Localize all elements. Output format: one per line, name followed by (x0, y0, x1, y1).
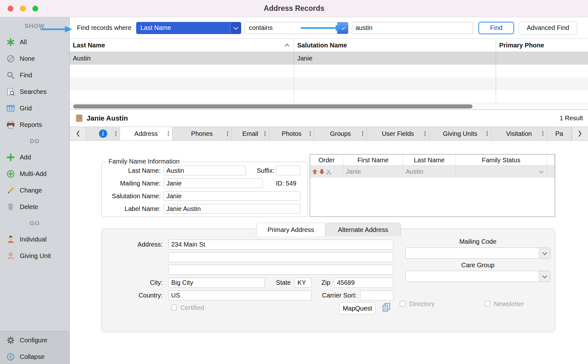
tab-info[interactable] (86, 127, 120, 140)
sidebar-item-delete[interactable]: Delete (0, 199, 69, 215)
sidebar-item-find[interactable]: Find (0, 67, 69, 83)
address-line1-field[interactable] (168, 240, 393, 249)
sidebar: SHOW All None Find Searches Grid (0, 17, 70, 364)
mailing-code-dropdown[interactable] (405, 248, 550, 259)
members-col-order[interactable]: Order (310, 155, 343, 165)
tab-menu-icon[interactable] (115, 133, 116, 134)
tab-menu-icon[interactable] (227, 133, 228, 134)
tab-visitation[interactable]: Visitation (491, 127, 547, 140)
family-name-information-group: Family Name Information Last Name: Suffi… (101, 162, 308, 217)
certified-checkbox[interactable] (171, 304, 177, 311)
move-up-icon[interactable] (312, 169, 318, 175)
move-down-icon[interactable] (319, 169, 325, 175)
country-field[interactable] (168, 290, 312, 300)
tab-email[interactable]: Email (232, 127, 269, 140)
sidebar-item-add[interactable]: Add (0, 149, 69, 165)
tab-scroll-right-button[interactable] (572, 127, 588, 140)
tab-menu-icon[interactable] (424, 133, 426, 134)
tab-scroll-left-button[interactable] (70, 127, 86, 140)
tab-menu-icon[interactable] (264, 133, 266, 134)
suffix-field[interactable] (276, 166, 300, 175)
label-name-field[interactable] (164, 204, 300, 214)
find-button[interactable]: Find (478, 22, 514, 34)
care-group-label: Care Group (405, 261, 550, 270)
sidebar-item-collapse[interactable]: Collapse (0, 348, 69, 364)
tab-menu-icon[interactable] (168, 133, 169, 134)
chevron-down-icon (539, 248, 550, 258)
sidebar-item-giving-unit[interactable]: Giving Unit (0, 248, 69, 264)
sidebar-item-none[interactable]: None (0, 50, 69, 67)
advanced-find-button[interactable]: Advanced Find (519, 22, 577, 34)
mailing-name-field[interactable] (164, 178, 263, 188)
field-dropdown[interactable]: Last Name (136, 22, 241, 34)
scrollbar-thumb[interactable] (73, 104, 472, 108)
carrier-sort-field[interactable] (360, 290, 393, 300)
care-group-dropdown[interactable] (405, 271, 550, 282)
label-name-label: Label Name: (102, 204, 161, 214)
sidebar-section-go: GO (0, 220, 69, 227)
tab-menu-icon[interactable] (486, 133, 488, 134)
newsletter-checkbox[interactable] (484, 301, 490, 307)
tab-primary-address[interactable]: Primary Address (256, 223, 326, 236)
sidebar-item-label: Grid (20, 105, 32, 112)
tab-address[interactable]: Address (120, 127, 172, 140)
last-name-field[interactable] (164, 166, 246, 175)
group-legend: Family Name Information (106, 158, 182, 165)
column-header-salutation-name[interactable]: Salutation Name (294, 39, 496, 52)
city-field[interactable] (168, 278, 265, 288)
operator-dropdown-value: contains (245, 24, 273, 32)
members-col-family-status[interactable]: Family Status (456, 155, 547, 165)
pencil-icon (6, 186, 15, 195)
address-line2-field[interactable] (168, 252, 393, 262)
members-col-first-name[interactable]: First Name (343, 155, 403, 165)
grid-icon (6, 104, 15, 113)
mapquest-button[interactable]: MapQuest (340, 302, 375, 314)
state-field[interactable] (295, 278, 312, 288)
sidebar-item-grid[interactable]: Grid (0, 100, 69, 116)
sidebar-footer: Configure Collapse (0, 331, 69, 364)
sidebar-item-searches[interactable]: Searches (0, 83, 69, 100)
sidebar-item-configure[interactable]: Configure (0, 332, 69, 348)
tab-giving-units[interactable]: Giving Units (429, 127, 491, 140)
tab-user-fields[interactable]: User Fields (367, 127, 429, 140)
sidebar-item-all[interactable]: All (0, 34, 69, 50)
zip-field[interactable] (334, 278, 393, 288)
person-icon (6, 235, 15, 244)
members-col-last-name[interactable]: Last Name (403, 155, 456, 165)
tab-alternate-address[interactable]: Alternate Address (325, 223, 401, 236)
mailing-code-label: Mailing Code (405, 237, 550, 246)
sidebar-item-change[interactable]: Change (0, 182, 69, 199)
members-scrollbar-gutter (547, 166, 555, 178)
horizontal-scrollbar[interactable] (70, 103, 588, 110)
family-status-dropdown[interactable] (456, 166, 547, 178)
tab-groups[interactable]: Groups (314, 127, 367, 140)
tab-menu-icon[interactable] (362, 133, 363, 134)
sidebar-item-multi-add[interactable]: Multi-Add (0, 165, 69, 182)
sidebar-item-reports[interactable]: Reports (0, 116, 69, 133)
tab-photos[interactable]: Photos (269, 127, 314, 140)
address-line3-field[interactable] (168, 265, 393, 275)
search-input[interactable] (352, 22, 473, 34)
tab-pa-truncated[interactable]: Pa (547, 127, 572, 140)
copy-pages-icon[interactable] (382, 302, 391, 312)
scissors-icon[interactable] (326, 169, 332, 175)
plus-icon (6, 153, 15, 162)
chevron-down-icon (230, 22, 241, 34)
address-label: Address: (102, 240, 163, 249)
empty-row (70, 90, 588, 103)
carrier-sort-label: Carrier Sort: (315, 290, 357, 300)
result-row-selected[interactable]: Austin Janie (70, 52, 588, 65)
family-member-row[interactable]: Janie Austin (310, 166, 555, 178)
tab-menu-icon[interactable] (310, 133, 311, 134)
zip-label: Zip (310, 278, 330, 288)
sidebar-item-individual[interactable]: Individual (0, 231, 69, 248)
salutation-name-field[interactable] (164, 191, 300, 201)
column-header-last-name[interactable]: Last Name (70, 39, 294, 52)
directory-checkbox[interactable] (400, 301, 406, 307)
record-name: Janie Austin (87, 114, 128, 122)
tab-phones[interactable]: Phones (172, 127, 232, 140)
primary-address-panel: Address: City: State Zip Country: Carrie… (101, 228, 555, 332)
tab-menu-icon[interactable] (542, 133, 543, 134)
sort-ascending-icon (285, 44, 289, 48)
column-header-primary-phone[interactable]: Primary Phone (496, 39, 588, 52)
